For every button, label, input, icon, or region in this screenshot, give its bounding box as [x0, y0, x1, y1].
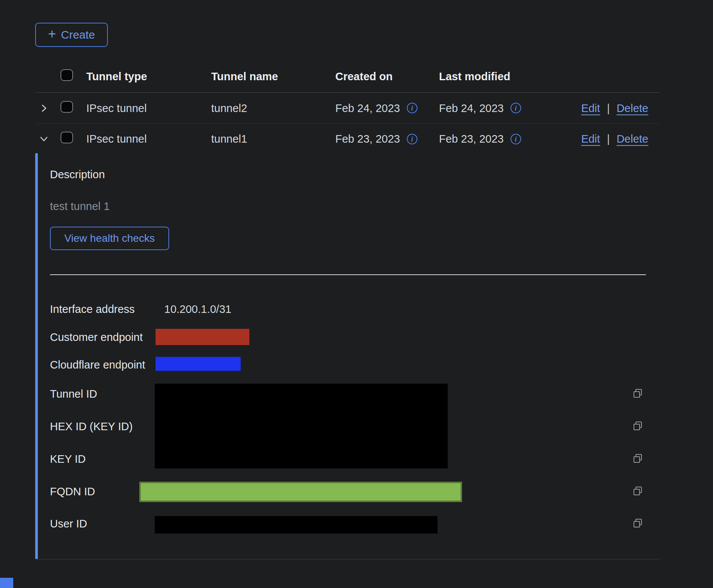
chevron-down-icon[interactable] — [39, 134, 49, 144]
create-button[interactable]: + Create — [35, 23, 108, 47]
info-icon[interactable] — [407, 103, 417, 114]
panel-accent-bar — [35, 153, 38, 559]
view-health-checks-button[interactable]: View health checks — [50, 227, 169, 250]
header-created-on: Created on — [335, 70, 392, 83]
header-tunnel-name: Tunnel name — [211, 70, 278, 83]
header-last-modified: Last modified — [439, 70, 511, 83]
row-actions: Edit | Delete — [581, 133, 648, 145]
info-icon[interactable] — [407, 134, 417, 144]
ids-redacted-values — [155, 384, 448, 468]
divider — [35, 559, 660, 560]
cloudflare-endpoint-redacted-value — [156, 357, 241, 371]
interface-address-value: 10.200.1.0/31 — [164, 303, 231, 316]
last-modified-cell: Feb 23, 2023 — [439, 133, 521, 145]
actions-separator: | — [607, 102, 610, 114]
actions-separator: | — [607, 133, 610, 145]
delete-link[interactable]: Delete — [616, 133, 648, 145]
created-on-date: Feb 24, 2023 — [335, 102, 400, 114]
info-icon[interactable] — [511, 134, 521, 144]
divider — [50, 274, 646, 275]
tunnel-name-cell: tunnel1 — [211, 133, 247, 145]
table-row-tunnel2: IPsec tunnel tunnel2 Feb 24, 2023 Feb 24… — [35, 93, 660, 124]
fqdn-id-redacted-value — [139, 482, 462, 502]
cloudflare-endpoint-label: Cloudflare endpoint — [50, 359, 145, 371]
last-modified-date: Feb 24, 2023 — [439, 102, 504, 114]
tunnel-type-cell: IPsec tunnel — [86, 133, 147, 145]
fqdn-id-label: FQDN ID — [50, 485, 95, 498]
tunnels-table: Tunnel type Tunnel name Created on Last … — [35, 61, 660, 154]
description-value: test tunnel 1 — [50, 200, 110, 213]
plus-icon: + — [48, 27, 56, 41]
hex-id-label: HEX ID (KEY ID) — [50, 420, 133, 433]
key-id-label: KEY ID — [50, 453, 86, 465]
copy-icon[interactable] — [632, 518, 643, 529]
tunnels-page: + Create Tunnel type Tunnel name Created… — [0, 0, 713, 588]
customer-endpoint-redacted-value — [156, 329, 249, 345]
select-row-checkbox[interactable] — [61, 101, 73, 113]
copy-icon[interactable] — [632, 388, 643, 399]
last-modified-cell: Feb 24, 2023 — [439, 102, 521, 114]
info-icon[interactable] — [511, 103, 521, 114]
user-id-label: User ID — [50, 518, 87, 530]
table-row-tunnel1: IPsec tunnel tunnel1 Feb 23, 2023 Feb 23… — [35, 124, 660, 154]
copy-icon[interactable] — [632, 453, 643, 464]
copy-icon[interactable] — [632, 421, 643, 431]
delete-link[interactable]: Delete — [616, 102, 648, 114]
edit-link[interactable]: Edit — [581, 102, 600, 114]
user-id-redacted-value — [155, 516, 437, 534]
tunnel-detail-panel: Description test tunnel 1 View health ch… — [35, 153, 660, 559]
created-on-cell: Feb 23, 2023 — [335, 133, 417, 145]
interface-address-label: Interface address — [50, 303, 135, 316]
chevron-right-icon[interactable] — [39, 103, 49, 114]
copy-icon[interactable] — [632, 486, 643, 496]
tunnel-id-label: Tunnel ID — [50, 388, 97, 400]
partial-blue-element — [0, 578, 13, 588]
customer-endpoint-label: Customer endpoint — [50, 331, 143, 344]
edit-link[interactable]: Edit — [581, 133, 600, 145]
description-label: Description — [50, 168, 105, 181]
select-all-checkbox[interactable] — [61, 69, 73, 81]
tunnel-name-cell: tunnel2 — [211, 102, 247, 114]
create-button-label: Create — [61, 28, 95, 41]
select-row-checkbox[interactable] — [61, 132, 73, 143]
tunnel-type-cell: IPsec tunnel — [86, 102, 147, 114]
header-tunnel-type: Tunnel type — [86, 70, 147, 83]
table-header-row: Tunnel type Tunnel name Created on Last … — [35, 61, 660, 93]
created-on-date: Feb 23, 2023 — [335, 133, 400, 145]
row-actions: Edit | Delete — [581, 102, 648, 114]
last-modified-date: Feb 23, 2023 — [439, 133, 504, 145]
created-on-cell: Feb 24, 2023 — [335, 102, 417, 114]
